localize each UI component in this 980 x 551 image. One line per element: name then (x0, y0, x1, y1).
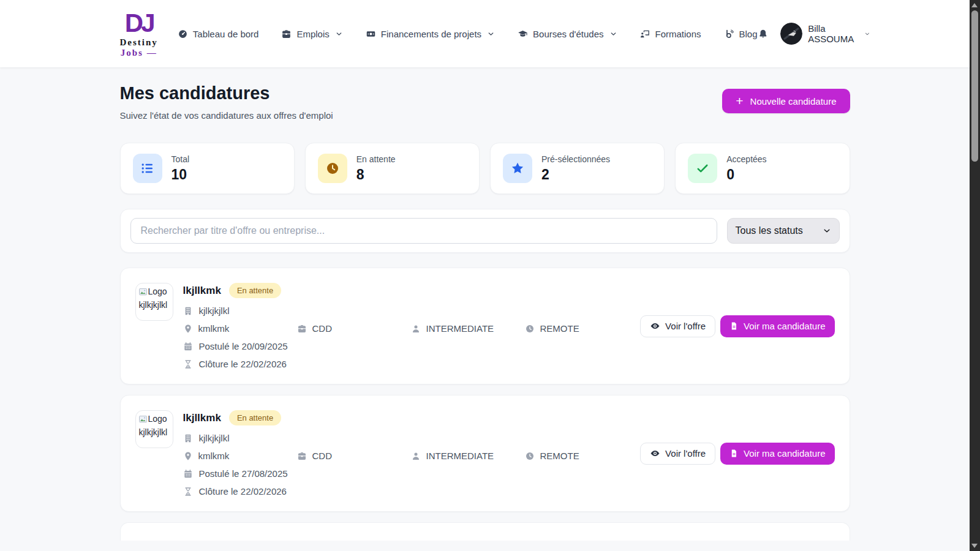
avatar (780, 23, 802, 45)
stats-row: Total 10 En attente 8 Pré-sélectionnée (120, 143, 850, 194)
gauge-icon (178, 29, 188, 39)
offer-title: lkjllkmk (183, 285, 221, 297)
stat-value: 2 (541, 167, 610, 183)
location-detail: kmlkmk (183, 451, 297, 461)
view-application-label: Voir ma candidature (744, 321, 825, 331)
browser-viewport: DJ Destiny Jobs — Tableau de bord Emploi… (0, 0, 970, 551)
document-icon (729, 449, 739, 458)
page-title: Mes candidatures (120, 83, 333, 103)
clock-icon (525, 324, 535, 334)
nav-item-jobs[interactable]: Emplois (281, 29, 342, 39)
briefcase-icon (281, 29, 292, 39)
view-application-label: Voir ma candidature (744, 448, 825, 459)
stat-card-pending: En attente 8 (305, 143, 480, 194)
offer-title: lkjllkmk (183, 412, 221, 424)
view-offer-label: Voir l'offre (665, 321, 706, 331)
stat-label: Total (172, 154, 190, 164)
application-card-partial (120, 522, 850, 541)
nav-item-trainings[interactable]: Formations (640, 29, 701, 39)
scrollbar-thumb[interactable] (971, 10, 978, 162)
nav-menu: Tableau de bord Emplois Financements de … (178, 29, 758, 39)
nav-item-label: Emplois (296, 29, 329, 39)
stat-value: 0 (726, 167, 766, 183)
stat-label: Pré-sélectionnées (541, 154, 610, 164)
brand-logo[interactable]: DJ Destiny Jobs — (120, 10, 158, 58)
user-menu[interactable]: Billa ASSOUMA (780, 23, 870, 45)
eye-icon (650, 448, 660, 459)
list-icon (133, 154, 162, 183)
location-value: kmlkmk (198, 451, 230, 461)
calendar-icon (183, 469, 193, 479)
nav-item-label: Financements de projets (381, 29, 481, 39)
company-name: kjlkjkjlkl (199, 433, 230, 443)
nav-item-label: Bourses d'études (533, 29, 603, 39)
contract-value: CDD (312, 451, 333, 461)
plus-icon: + (736, 94, 743, 107)
nav-item-project-funding[interactable]: Financements de projets (366, 29, 495, 39)
search-input[interactable] (130, 218, 717, 244)
star-icon (503, 154, 532, 183)
closing-date-row: Clôture le 22/02/2026 (183, 359, 631, 369)
notifications-bell-icon[interactable] (758, 28, 769, 40)
view-application-button[interactable]: Voir ma candidature (720, 315, 834, 337)
stat-card-shortlisted: Pré-sélectionnées 2 (490, 143, 665, 194)
brand-name-line1: Destiny (120, 38, 158, 47)
nav-item-scholarships[interactable]: Bourses d'études (518, 29, 617, 39)
contract-value: CDD (312, 323, 333, 334)
nav-item-dashboard[interactable]: Tableau de bord (178, 29, 259, 39)
application-card: Logo kjlkjkjlkl lkjllkmk En attente kjlk… (120, 268, 850, 384)
briefcase-icon (297, 324, 307, 334)
company-row: kjlkjkjlkl (183, 305, 631, 316)
hourglass-icon (183, 359, 193, 369)
nav-item-label: Blog (739, 29, 758, 39)
contract-detail: CDD (297, 323, 411, 334)
clock-icon (318, 154, 347, 183)
application-actions: Voir l'offre Voir ma candidature (640, 283, 834, 369)
scrollbar-up-arrow[interactable] (971, 3, 978, 7)
closing-date: Clôture le 22/02/2026 (199, 359, 287, 369)
application-card: Logo kjlkjkjlkl lkjllkmk En attente kjlk… (120, 395, 850, 512)
mode-value: REMOTE (540, 451, 579, 461)
new-application-label: Nouvelle candidature (750, 96, 837, 107)
page-subtitle: Suivez l'état de vos candidatures aux of… (120, 110, 333, 121)
level-value: INTERMEDIATE (426, 451, 494, 461)
graduation-cap-icon (518, 29, 528, 39)
nav-item-blog[interactable]: Blog (724, 29, 758, 39)
chevron-down-icon (864, 30, 870, 38)
stat-card-accepted: Acceptées 0 (675, 143, 850, 194)
broken-image-icon (139, 414, 148, 426)
view-offer-button[interactable]: Voir l'offre (640, 315, 715, 337)
stat-label: Acceptées (726, 154, 766, 164)
brand-name-line2: Jobs — (121, 48, 157, 58)
scrollbar[interactable] (970, 0, 980, 551)
view-offer-button[interactable]: Voir l'offre (640, 443, 715, 465)
applied-date: Postulé le 27/08/2025 (199, 468, 288, 479)
new-application-button[interactable]: + Nouvelle candidature (722, 89, 850, 113)
brand-monogram: DJ (125, 10, 153, 36)
level-detail: INTERMEDIATE (411, 323, 525, 334)
eye-icon (650, 321, 660, 331)
nav-right-group: Billa ASSOUMA (758, 23, 870, 45)
company-logo-broken-image: Logo kjlkjkjlkl (135, 410, 173, 448)
company-name: kjlkjkjlkl (199, 305, 230, 316)
search-filter-bar: Tous les statuts (120, 209, 850, 253)
status-filter-select[interactable]: Tous les statuts (727, 218, 840, 244)
calendar-icon (183, 342, 193, 351)
map-pin-icon (183, 451, 193, 461)
closing-date-row: Clôture le 22/02/2026 (183, 486, 631, 497)
stat-card-total: Total 10 (120, 143, 295, 194)
view-application-button[interactable]: Voir ma candidature (720, 443, 834, 465)
mode-detail: REMOTE (525, 323, 579, 334)
applied-date-row: Postulé le 20/09/2025 (183, 341, 631, 351)
applied-date: Postulé le 20/09/2025 (199, 341, 288, 351)
application-actions: Voir l'offre Voir ma candidature (640, 410, 834, 497)
map-pin-icon (183, 324, 193, 334)
person-icon (411, 324, 421, 334)
hourglass-icon (183, 487, 193, 497)
level-value: INTERMEDIATE (426, 323, 494, 334)
user-name: Billa ASSOUMA (808, 23, 858, 44)
scrollbar-down-arrow[interactable] (971, 544, 978, 548)
mode-value: REMOTE (540, 323, 579, 334)
presentation-icon (640, 29, 650, 39)
money-icon (366, 29, 376, 39)
